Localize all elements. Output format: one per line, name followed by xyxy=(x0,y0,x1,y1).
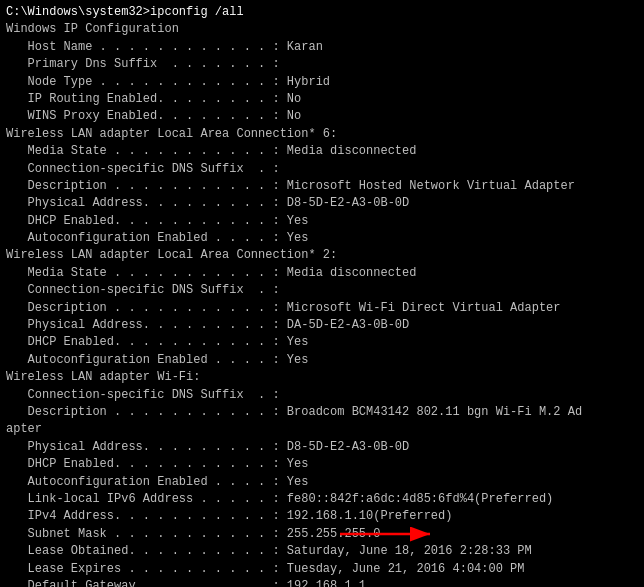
terminal-line: IPv4 Address. . . . . . . . . . . : 192.… xyxy=(6,508,638,525)
terminal-line: Description . . . . . . . . . . . : Broa… xyxy=(6,404,638,421)
terminal-line: Autoconfiguration Enabled . . . . : Yes xyxy=(6,474,638,491)
terminal-line: Wireless LAN adapter Wi-Fi: xyxy=(6,369,638,386)
terminal-line: Windows IP Configuration xyxy=(6,21,638,38)
terminal-line: DHCP Enabled. . . . . . . . . . . : Yes xyxy=(6,334,638,351)
terminal-line: Physical Address. . . . . . . . . : DA-5… xyxy=(6,317,638,334)
terminal-line: DHCP Enabled. . . . . . . . . . . : Yes xyxy=(6,213,638,230)
terminal-line: Media State . . . . . . . . . . . : Medi… xyxy=(6,143,638,160)
terminal-line: Wireless LAN adapter Local Area Connecti… xyxy=(6,126,638,143)
terminal-line: WINS Proxy Enabled. . . . . . . . : No xyxy=(6,108,638,125)
terminal-line: Description . . . . . . . . . . . : Micr… xyxy=(6,178,638,195)
terminal-line: Media State . . . . . . . . . . . : Medi… xyxy=(6,265,638,282)
terminal-line: Connection-specific DNS Suffix . : xyxy=(6,387,638,404)
terminal-line: Autoconfiguration Enabled . . . . : Yes xyxy=(6,230,638,247)
terminal-line: Physical Address. . . . . . . . . : D8-5… xyxy=(6,439,638,456)
terminal-line: Lease Expires . . . . . . . . . . : Tues… xyxy=(6,561,638,578)
terminal-line: Wireless LAN adapter Local Area Connecti… xyxy=(6,247,638,264)
terminal-line: Connection-specific DNS Suffix . : xyxy=(6,161,638,178)
terminal-line: Physical Address. . . . . . . . . : D8-5… xyxy=(6,195,638,212)
terminal-line: Host Name . . . . . . . . . . . . : Kara… xyxy=(6,39,638,56)
terminal-line: Autoconfiguration Enabled . . . . : Yes xyxy=(6,352,638,369)
terminal-line: Node Type . . . . . . . . . . . . : Hybr… xyxy=(6,74,638,91)
command-line: C:\Windows\system32>ipconfig /all xyxy=(6,4,638,21)
terminal-output: Windows IP Configuration Host Name . . .… xyxy=(6,21,638,587)
terminal-line: Link-local IPv6 Address . . . . . : fe80… xyxy=(6,491,638,508)
terminal-line: IP Routing Enabled. . . . . . . . : No xyxy=(6,91,638,108)
terminal-line: Lease Obtained. . . . . . . . . . : Satu… xyxy=(6,543,638,560)
terminal-line: Subnet Mask . . . . . . . . . . . : 255.… xyxy=(6,526,638,543)
terminal-window: C:\Windows\system32>ipconfig /all Window… xyxy=(0,0,644,587)
terminal-line: Description . . . . . . . . . . . : Micr… xyxy=(6,300,638,317)
terminal-line: Connection-specific DNS Suffix . : xyxy=(6,282,638,299)
terminal-line: Primary Dns Suffix . . . . . . . : xyxy=(6,56,638,73)
terminal-line: apter xyxy=(6,421,638,438)
terminal-line: DHCP Enabled. . . . . . . . . . . : Yes xyxy=(6,456,638,473)
terminal-line: Default Gateway . . . . . . . . . : 192.… xyxy=(6,578,638,587)
